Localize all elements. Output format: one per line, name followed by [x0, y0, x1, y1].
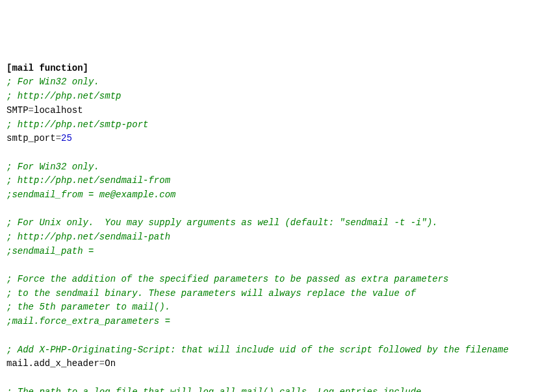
code-line: ; the 5th parameter to mail().: [6, 300, 543, 315]
code-line: ;sendmail_path =: [6, 245, 543, 259]
code-line: ; Force the addition of the specified pa…: [6, 273, 543, 287]
config-key: smtp_port: [6, 133, 56, 143]
code-line: mail.add_x_header=On: [6, 357, 543, 371]
equals-sign: =: [56, 133, 61, 143]
comment-text: ; http://php.net/smtp-port: [6, 119, 148, 130]
code-line: ; http://php.net/sendmail-path: [6, 230, 543, 245]
code-line: ; http://php.net/smtp-port: [6, 118, 543, 132]
comment-text: ;sendmail_path =: [6, 246, 94, 256]
code-line: smtp_port=25: [6, 132, 543, 146]
comment-text: ; For Win32 only.: [6, 77, 99, 87]
comment-text: ; http://php.net/sendmail-path: [6, 232, 170, 242]
comment-text: ; Add X-PHP-Originating-Script: that wil…: [6, 345, 509, 355]
comment-text: ; to the sendmail binary. These paramete…: [6, 288, 416, 299]
ini-code-block: [mail function]; For Win32 only.; http:/…: [6, 62, 543, 392]
equals-sign: =: [29, 105, 34, 116]
code-line: [6, 371, 543, 386]
config-key: SMTP: [6, 105, 29, 116]
comment-text: ; http://php.net/sendmail-from: [6, 175, 170, 186]
section-header: [mail function]: [6, 63, 88, 73]
code-line: ; For Unix only. You may supply argument…: [6, 216, 543, 230]
code-line: ; http://php.net/smtp: [6, 90, 543, 104]
code-line: SMTP=localhost: [6, 104, 543, 118]
equals-sign: =: [99, 358, 105, 369]
code-line: ; The path to a log file that will log a…: [6, 386, 543, 392]
comment-text: ; Force the addition of the specified pa…: [6, 274, 449, 284]
code-line: ;mail.force_extra_parameters =: [6, 315, 543, 329]
comment-text: ; the 5th parameter to mail().: [6, 302, 170, 312]
config-value: localhost: [34, 105, 83, 116]
config-value: On: [105, 358, 116, 369]
code-line: ; http://php.net/sendmail-from: [6, 174, 543, 188]
config-value: 25: [61, 133, 72, 143]
code-line: [6, 258, 543, 273]
comment-text: ;sendmail_from = me@example.com: [6, 190, 175, 200]
code-line: ; to the sendmail binary. These paramete…: [6, 287, 543, 301]
code-line: ; For Win32 only.: [6, 160, 543, 175]
comment-text: ;mail.force_extra_parameters =: [6, 316, 170, 326]
code-line: ; Add X-PHP-Originating-Script: that wil…: [6, 343, 543, 358]
code-line: [6, 146, 543, 160]
comment-text: ; The path to a log file that will log a…: [6, 387, 422, 392]
comment-text: ; http://php.net/smtp: [6, 91, 121, 101]
code-line: [6, 202, 543, 217]
comment-text: ; For Win32 only.: [6, 162, 99, 172]
code-line: [6, 329, 543, 343]
config-key: mail.add_x_header: [6, 358, 99, 369]
comment-text: ; For Unix only. You may supply argument…: [6, 217, 438, 228]
code-line: [mail function]: [6, 62, 543, 76]
code-line: ; For Win32 only.: [6, 75, 543, 90]
code-line: ;sendmail_from = me@example.com: [6, 188, 543, 202]
